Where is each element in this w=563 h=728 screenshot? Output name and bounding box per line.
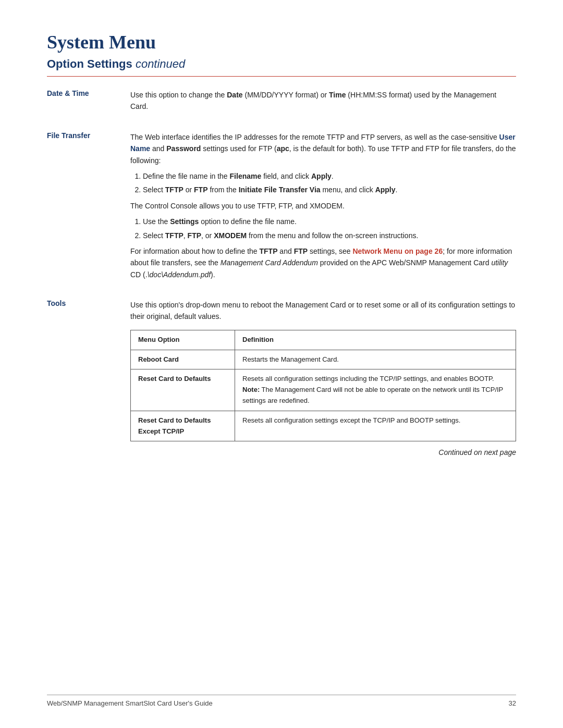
list-item: Use the Settings option to define the fi…: [143, 216, 516, 227]
definition-reset-except-tcpip: Resets all configuration settings except…: [235, 411, 516, 441]
list-item: Select TFTP, FTP, or XMODEM from the men…: [143, 230, 516, 241]
date-time-body: Use this option to change the Date (MM/D…: [130, 89, 516, 117]
page-title: System Menu: [47, 31, 516, 53]
tools-body: Use this option's drop-down menu to rebo…: [130, 299, 516, 463]
continued-text: Continued on next page: [130, 447, 516, 458]
file-transfer-para1: The Web interface identifies the IP addr…: [130, 131, 516, 166]
page-subtitle: Option Settings continued: [47, 57, 516, 71]
footer-left: Web/SNMP Management SmartSlot Card User'…: [47, 699, 213, 707]
tools-para1: Use this option's drop-down menu to rebo…: [130, 299, 516, 323]
date-time-section: Date & Time Use this option to change th…: [47, 89, 516, 117]
file-transfer-body: The Web interface identifies the IP addr…: [130, 131, 516, 285]
section-divider: [47, 76, 516, 77]
definition-reset-defaults: Resets all configuration settings includ…: [235, 369, 516, 411]
file-transfer-list2: Use the Settings option to define the fi…: [143, 216, 516, 241]
file-transfer-para2: The Control Console allows you to use TF…: [130, 200, 516, 212]
col-definition: Definition: [235, 330, 516, 350]
table-row: Reset Card to Defaults Resets all config…: [131, 369, 516, 411]
file-transfer-label: File Transfer: [47, 131, 130, 285]
table-row: Reboot Card Restarts the Management Card…: [131, 350, 516, 369]
menu-option-reset-except-tcpip: Reset Card to DefaultsExcept TCP/IP: [131, 411, 235, 441]
list-item: Define the file name in the Filename fie…: [143, 170, 516, 182]
file-transfer-list1: Define the file name in the Filename fie…: [143, 170, 516, 196]
footer-right: 32: [509, 699, 516, 707]
page-footer: Web/SNMP Management SmartSlot Card User'…: [47, 695, 516, 707]
page-container: System Menu Option Settings continued Da…: [0, 0, 563, 728]
subtitle-text: Option Settings: [47, 57, 132, 70]
file-transfer-para3: For information about how to define the …: [130, 245, 516, 280]
tools-section: Tools Use this option's drop-down menu t…: [47, 299, 516, 463]
list-item: Select TFTP or FTP from the Initiate Fil…: [143, 184, 516, 195]
table-row: Reset Card to DefaultsExcept TCP/IP Rese…: [131, 411, 516, 441]
subtitle-continued: continued: [136, 57, 185, 70]
col-menu-option: Menu Option: [131, 330, 235, 350]
date-time-para: Use this option to change the Date (MM/D…: [130, 89, 516, 113]
definition-reboot: Restarts the Management Card.: [235, 350, 516, 369]
tools-table: Menu Option Definition Reboot Card Resta…: [130, 330, 516, 442]
table-header-row: Menu Option Definition: [131, 330, 516, 350]
menu-option-reset-defaults: Reset Card to Defaults: [131, 369, 235, 411]
menu-option-reboot: Reboot Card: [131, 350, 235, 369]
file-transfer-section: File Transfer The Web interface identifi…: [47, 131, 516, 285]
date-time-label: Date & Time: [47, 89, 130, 117]
tools-label: Tools: [47, 299, 130, 463]
